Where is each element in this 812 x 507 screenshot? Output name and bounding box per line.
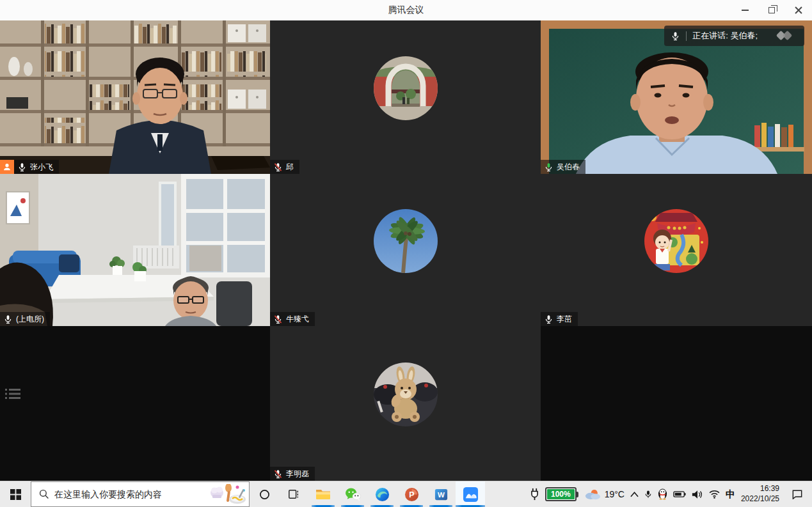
weather-widget[interactable]: 19°C <box>584 488 625 500</box>
task-view-icon <box>288 488 299 500</box>
wifi-icon[interactable] <box>709 490 720 499</box>
toast-divider <box>686 31 687 41</box>
mic-on-icon <box>544 315 553 324</box>
video-tile-qiu[interactable]: 邱 <box>270 20 541 174</box>
speaking-indicator-toast: 正在讲话: 吴伯春; <box>664 26 804 46</box>
taskbar-app-powerpoint[interactable]: P <box>397 481 426 507</box>
video-grid: 张小飞 <box>0 20 812 481</box>
svg-text:P: P <box>409 490 414 499</box>
minimize-button[interactable] <box>731 0 758 20</box>
avatar <box>374 209 438 273</box>
windows-taskbar: P W <box>0 481 812 507</box>
close-icon <box>795 6 802 14</box>
mic-muted-icon <box>273 162 283 172</box>
battery-status-widget[interactable]: 100% <box>545 487 578 501</box>
mic-muted-icon <box>273 315 283 324</box>
participant-name-tag: 李茁 <box>541 312 578 326</box>
participant-name: 吴伯春 <box>557 162 580 173</box>
weather-cloud-icon <box>584 488 601 500</box>
temperature-label: 19°C <box>605 489 625 499</box>
member-list-toggle-icon[interactable] <box>5 387 20 400</box>
participant-name-tag: (上电所) <box>0 312 50 326</box>
file-explorer-icon <box>315 487 331 501</box>
taskbar-app-word[interactable]: W <box>426 481 456 507</box>
avatar <box>374 363 438 426</box>
taskbar-app-tencent-meeting[interactable] <box>456 481 485 507</box>
start-button[interactable] <box>0 481 31 507</box>
power-plug-icon[interactable] <box>530 488 539 501</box>
video-feed-bright-office <box>0 174 270 326</box>
taskbar-app-edge[interactable] <box>367 481 397 507</box>
chevron-up-icon <box>630 492 639 497</box>
search-input[interactable] <box>54 489 202 499</box>
window-controls <box>731 0 812 20</box>
cortana-icon <box>259 489 270 500</box>
action-center-button[interactable] <box>785 489 807 499</box>
empty-tile-left <box>0 326 270 481</box>
participant-name: (上电所) <box>16 314 44 325</box>
participant-name: 牛臻弋 <box>286 314 309 325</box>
titlebar: 腾讯会议 <box>0 0 812 20</box>
participant-name-tag: 张小飞 <box>14 160 59 174</box>
food-doodle-icon <box>209 484 246 504</box>
ime-indicator[interactable]: 中 <box>726 488 735 501</box>
participant-name: 张小飞 <box>30 162 53 173</box>
host-badge <box>0 160 14 174</box>
avatar-cartoon-drawing <box>644 209 708 273</box>
task-view-button[interactable] <box>279 481 308 507</box>
taskbar-clock[interactable]: 16:39 2022/10/25 <box>741 484 779 504</box>
participant-name: 李明磊 <box>286 469 309 480</box>
mic-on-icon <box>17 162 27 172</box>
windows-logo-icon <box>10 489 21 500</box>
participant-name-tag: 吴伯春 <box>541 160 585 174</box>
edge-icon <box>375 487 390 502</box>
volume-icon[interactable] <box>692 490 703 499</box>
tencent-meeting-logo-icon <box>772 30 798 42</box>
mic-toast-icon <box>671 31 680 41</box>
avatar-archway-photo <box>374 56 438 120</box>
host-person-icon <box>3 162 12 171</box>
taskbar-app-wechat[interactable] <box>338 481 367 507</box>
tray-battery-icon[interactable] <box>673 490 686 498</box>
window-title: 腾讯会议 <box>0 4 812 16</box>
mic-speaking-icon <box>544 162 553 172</box>
battery-percent: 100% <box>547 489 575 499</box>
clock-time: 16:39 <box>741 484 779 494</box>
video-tile-liminglei[interactable]: 李明磊 <box>270 326 541 481</box>
empty-tile-right <box>541 326 812 481</box>
video-tile-zhangxiaofei[interactable]: 张小飞 <box>0 20 270 174</box>
clock-date: 2022/10/25 <box>741 494 779 504</box>
video-feed-office-bookshelf <box>0 20 270 174</box>
taskbar-search <box>31 481 250 507</box>
tencent-meeting-window: 腾讯会议 <box>0 0 812 507</box>
video-tile-lizhuo[interactable]: 李茁 <box>541 174 812 326</box>
tray-mic-icon[interactable] <box>644 488 652 500</box>
action-center-icon <box>792 489 803 499</box>
participant-name-tag: 李明磊 <box>270 467 315 481</box>
battery-nub <box>577 492 578 497</box>
search-icon <box>39 489 49 499</box>
powerpoint-icon: P <box>404 487 419 502</box>
mic-on-icon <box>3 315 13 324</box>
speaking-indicator-text: 正在讲话: 吴伯春; <box>692 30 758 42</box>
cortana-button[interactable] <box>250 481 279 507</box>
tencent-meeting-app-icon <box>463 487 479 503</box>
qq-icon[interactable] <box>658 488 667 500</box>
word-icon: W <box>434 487 449 502</box>
participant-name: 李茁 <box>557 314 572 325</box>
participant-name-tag: 邱 <box>270 160 299 174</box>
mic-muted-icon <box>273 469 283 479</box>
minimize-icon <box>742 10 749 11</box>
bing-doodle-icon[interactable] <box>207 482 249 506</box>
hidden-icons-chevron[interactable] <box>630 492 639 497</box>
video-tile-shangdiansuo[interactable]: (上电所) <box>0 174 270 326</box>
taskbar-app-file-explorer[interactable] <box>308 481 338 507</box>
avatar-teddy-bear-photo <box>374 363 438 426</box>
system-tray: 100% 19°C <box>527 481 812 507</box>
avatar-palm-tree-photo <box>374 209 438 273</box>
restore-button[interactable] <box>758 0 785 20</box>
close-button[interactable] <box>785 0 812 20</box>
video-tile-wubochun[interactable]: 正在讲话: 吴伯春; 吴伯春 <box>541 20 812 174</box>
video-tile-niuzhenyi[interactable]: 牛臻弋 <box>270 174 541 326</box>
participant-name-tag: 牛臻弋 <box>270 312 315 326</box>
